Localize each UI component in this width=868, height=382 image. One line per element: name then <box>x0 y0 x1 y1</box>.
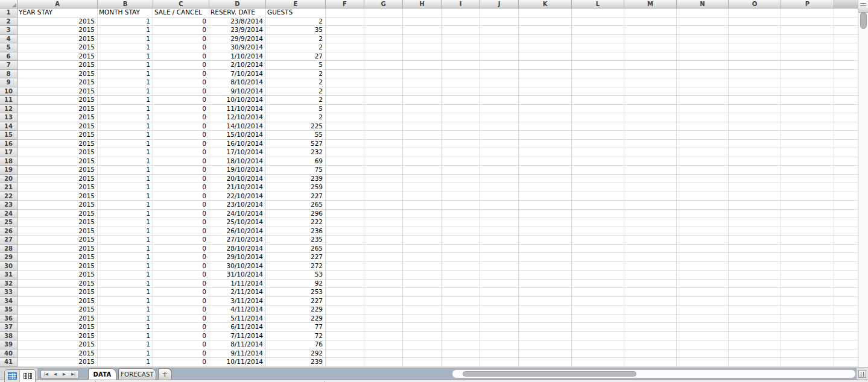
cell-C4[interactable]: 0 <box>153 35 209 44</box>
cell-O35[interactable] <box>729 305 781 315</box>
cell-O4[interactable] <box>729 35 781 44</box>
cell-J8[interactable] <box>480 70 519 79</box>
cell-K16[interactable] <box>519 140 572 149</box>
cell-I23[interactable] <box>442 201 480 210</box>
cell-A11[interactable]: 2015 <box>17 96 98 105</box>
cell-M21[interactable] <box>624 183 677 192</box>
cell-P27[interactable] <box>781 236 834 245</box>
cell-C30[interactable]: 0 <box>153 262 209 271</box>
cell-B32[interactable]: 1 <box>98 280 153 289</box>
cell-P34[interactable] <box>781 297 834 306</box>
cell-G6[interactable] <box>364 52 403 61</box>
cell-O41[interactable] <box>729 358 781 367</box>
cell-B36[interactable]: 1 <box>98 315 153 324</box>
cell-B4[interactable]: 1 <box>98 35 153 44</box>
cell-M15[interactable] <box>624 131 677 140</box>
cell-K35[interactable] <box>519 305 572 315</box>
cell-L40[interactable] <box>572 349 624 359</box>
cell-C16[interactable]: 0 <box>153 140 209 149</box>
cell-L16[interactable] <box>572 140 624 149</box>
cell-F16[interactable] <box>326 140 364 149</box>
cell-Q2[interactable] <box>834 17 858 27</box>
cell-E21[interactable]: 259 <box>266 183 326 192</box>
cell-N9[interactable] <box>677 78 729 87</box>
cell-H24[interactable] <box>403 210 442 219</box>
cell-F23[interactable] <box>326 201 364 210</box>
cell-M25[interactable] <box>624 218 677 227</box>
cell-O25[interactable] <box>729 218 781 227</box>
cell-D2[interactable]: 23/8/2014 <box>209 17 266 27</box>
cell-O12[interactable] <box>729 105 781 114</box>
cell-C28[interactable]: 0 <box>153 245 209 254</box>
cell-D3[interactable]: 23/9/2014 <box>209 26 266 35</box>
cell-G3[interactable] <box>364 26 403 35</box>
cell-N37[interactable] <box>677 323 729 332</box>
cell-O28[interactable] <box>729 245 781 254</box>
cell-B33[interactable]: 1 <box>98 288 153 297</box>
cell-A7[interactable]: 2015 <box>17 61 98 70</box>
cell-I27[interactable] <box>442 236 480 245</box>
cell-A22[interactable]: 2015 <box>17 192 98 201</box>
cell-E15[interactable]: 55 <box>266 131 326 140</box>
row-header-40[interactable]: 40 <box>0 349 17 359</box>
cell-N40[interactable] <box>677 349 729 359</box>
cell-K18[interactable] <box>519 157 572 166</box>
cell-P13[interactable] <box>781 113 834 122</box>
cell-N39[interactable] <box>677 340 729 349</box>
cell-O15[interactable] <box>729 131 781 140</box>
cell-E32[interactable]: 92 <box>266 280 326 289</box>
cell-J27[interactable] <box>480 236 519 245</box>
cell-H19[interactable] <box>403 166 442 175</box>
cell-J13[interactable] <box>480 113 519 122</box>
row-header-1[interactable]: 1 <box>0 8 17 17</box>
cell-E10[interactable]: 2 <box>266 87 326 96</box>
cell-O22[interactable] <box>729 192 781 201</box>
cell-M11[interactable] <box>624 96 677 105</box>
cell-B30[interactable]: 1 <box>98 262 153 271</box>
cell-H11[interactable] <box>403 96 442 105</box>
cell-D36[interactable]: 5/11/2014 <box>209 315 266 324</box>
cell-K39[interactable] <box>519 340 572 349</box>
cell-H15[interactable] <box>403 131 442 140</box>
cell-G19[interactable] <box>364 166 403 175</box>
cell-L14[interactable] <box>572 122 624 131</box>
add-sheet-tab-button[interactable]: + <box>158 368 172 380</box>
cell-O3[interactable] <box>729 26 781 35</box>
horizontal-scrollbar[interactable] <box>452 369 856 378</box>
cell-G28[interactable] <box>364 245 403 254</box>
cell-G32[interactable] <box>364 280 403 289</box>
cell-F9[interactable] <box>326 78 364 87</box>
cell-L22[interactable] <box>572 192 624 201</box>
cell-Q34[interactable] <box>834 297 858 306</box>
cell-B12[interactable]: 1 <box>98 105 153 114</box>
cell-E27[interactable]: 235 <box>266 236 326 245</box>
cell-C9[interactable]: 0 <box>153 78 209 87</box>
cell-I32[interactable] <box>442 280 480 289</box>
cell-D1[interactable]: RESERV. DATE <box>209 8 266 17</box>
cell-O39[interactable] <box>729 340 781 349</box>
cell-C20[interactable]: 0 <box>153 175 209 184</box>
cell-I10[interactable] <box>442 87 480 96</box>
cell-P41[interactable] <box>781 358 834 367</box>
cell-M36[interactable] <box>624 315 677 324</box>
cell-N35[interactable] <box>677 305 729 315</box>
cell-K32[interactable] <box>519 280 572 289</box>
cell-A37[interactable]: 2015 <box>17 323 98 332</box>
cell-N32[interactable] <box>677 280 729 289</box>
cell-D5[interactable]: 30/9/2014 <box>209 43 266 52</box>
row-header-9[interactable]: 9 <box>0 78 17 87</box>
column-header-C[interactable]: C <box>153 0 209 8</box>
cell-P3[interactable] <box>781 26 834 35</box>
cell-F21[interactable] <box>326 183 364 192</box>
cell-K6[interactable] <box>519 52 572 61</box>
cell-Q36[interactable] <box>834 315 858 324</box>
cell-E12[interactable]: 5 <box>266 105 326 114</box>
cell-H3[interactable] <box>403 26 442 35</box>
cell-H32[interactable] <box>403 280 442 289</box>
cell-K33[interactable] <box>519 288 572 297</box>
cell-E8[interactable]: 2 <box>266 70 326 79</box>
cell-E6[interactable]: 27 <box>266 52 326 61</box>
cell-J36[interactable] <box>480 315 519 324</box>
cell-P1[interactable] <box>781 8 834 17</box>
cell-H7[interactable] <box>403 61 442 70</box>
